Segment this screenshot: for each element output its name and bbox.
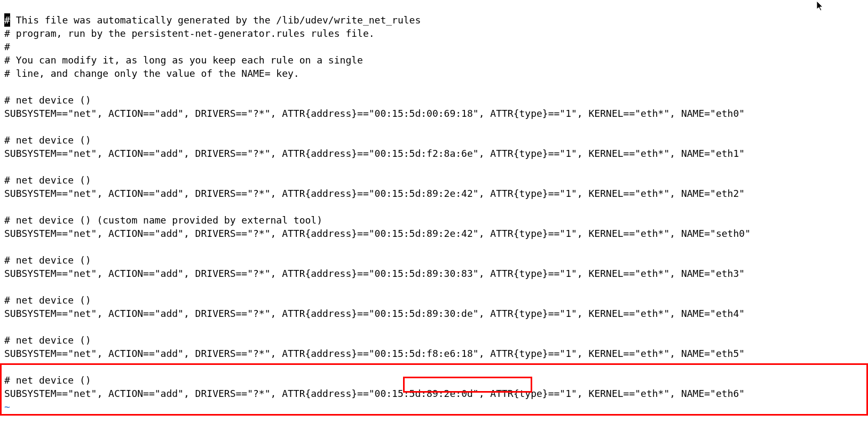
rule-comment: # net device () (4, 94, 91, 106)
empty-line-tilde: ~ (4, 401, 10, 412)
rule-comment: # net device () (4, 375, 91, 386)
rule-line: SUBSYSTEM=="net", ACTION=="add", DRIVERS… (4, 348, 745, 359)
cursor-cell: # (4, 13, 10, 27)
text-editor-viewport[interactable]: # This file was automatically generated … (0, 0, 868, 413)
rule-line: SUBSYSTEM=="net", ACTION=="add", DRIVERS… (4, 108, 745, 119)
rule-line: SUBSYSTEM=="net", ACTION=="add", DRIVERS… (4, 308, 745, 319)
rule-line: SUBSYSTEM=="net", ACTION=="add", DRIVERS… (4, 228, 751, 239)
rule-line: SUBSYSTEM=="net", ACTION=="add", DRIVERS… (4, 388, 745, 399)
rule-line: SUBSYSTEM=="net", ACTION=="add", DRIVERS… (4, 268, 745, 279)
rule-comment: # net device () (4, 134, 91, 146)
rule-comment: # net device () (4, 254, 91, 266)
file-line: # This file was automatically generated … (4, 14, 421, 26)
rule-comment: # net device () (4, 335, 91, 346)
rule-comment: # net device () (4, 294, 91, 306)
rule-comment: # net device () (custom name provided by… (4, 214, 322, 226)
rule-line: SUBSYSTEM=="net", ACTION=="add", DRIVERS… (4, 148, 745, 159)
file-line: # (4, 41, 10, 52)
file-line: # You can modify it, as long as you keep… (4, 54, 363, 66)
rule-line: SUBSYSTEM=="net", ACTION=="add", DRIVERS… (4, 188, 745, 199)
file-line: # program, run by the persistent-net-gen… (4, 28, 375, 39)
file-line: # line, and change only the value of the… (4, 68, 299, 79)
highlighted-mac: "00:15:5d:89:2e:0d" (369, 388, 479, 399)
rule-comment: # net device () (4, 174, 91, 186)
